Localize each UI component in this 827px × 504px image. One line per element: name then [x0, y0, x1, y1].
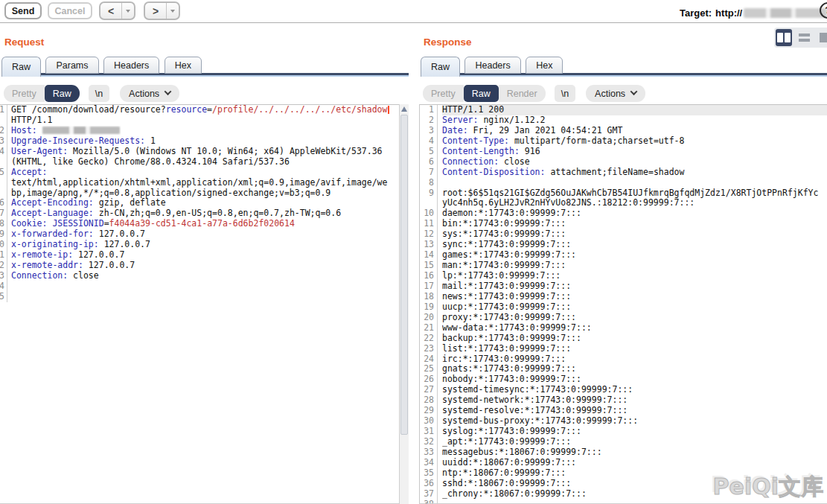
line-number: 16 — [420, 271, 438, 281]
chevron-down-icon — [165, 88, 172, 95]
code-line: 18news:*:17743:0:99999:7::: — [420, 292, 827, 302]
code-line: 32_apt:*:17743:0:99999:7::: — [420, 437, 827, 447]
code-line: 3Upgrade-Insecure-Requests: 1 — [0, 136, 399, 147]
send-button[interactable]: Send — [4, 2, 42, 19]
line-number: 32 — [420, 437, 438, 447]
code-line: bp,image/apng,*/*;q=0.8,application/sign… — [0, 188, 399, 199]
redacted-target-host — [744, 8, 827, 18]
line-text: root:$6$51qs21GI$GZdg56OuJAKwhCb7B54IUJf… — [442, 188, 827, 199]
code-line: 8 — [420, 178, 827, 188]
raw-view-button[interactable]: Raw — [464, 85, 499, 102]
code-line: 27systemd-timesync:*:17743:0:99999:7::: — [420, 385, 827, 395]
tab-hex[interactable]: Hex — [526, 57, 563, 74]
tab-headers[interactable]: Headers — [103, 57, 159, 74]
split-rows-layout-icon[interactable] — [796, 29, 812, 46]
line-text: Server: nginx/1.12.2 — [442, 115, 827, 126]
line-text: Cookie: JSESSIONID=f4044a39-cd51-4ca1-a7… — [11, 219, 399, 229]
line-number: 20 — [420, 313, 438, 323]
line-number: 15 — [0, 292, 7, 302]
code-line: 6Connection: close — [420, 157, 827, 168]
tab-params[interactable]: Params — [45, 57, 98, 74]
code-line: 13Connection: close — [0, 271, 399, 281]
line-text: irc:*:17743:0:99999:7::: — [442, 354, 827, 365]
target-url: http:// — [715, 7, 742, 19]
code-line: 10daemon:*:17743:0:99999:7::: — [420, 208, 827, 219]
response-panel-title: Response — [424, 36, 472, 48]
line-text: sys:*:17743:0:99999:7::: — [442, 229, 827, 240]
line-number: 6 — [420, 157, 438, 168]
code-line: 1GET /common/download/resource?resource=… — [0, 105, 399, 115]
line-number: 1 — [0, 105, 7, 115]
line-text — [11, 281, 399, 292]
split-columns-layout-icon[interactable] — [776, 29, 792, 46]
code-line: 14games:*:17743:0:99999:7::: — [420, 250, 827, 261]
raw-view-button[interactable]: Raw — [45, 85, 80, 102]
code-line: 30systemd-bus-proxy:*:17743:0:99999:7::: — [420, 416, 827, 427]
line-number: 2 — [0, 126, 7, 136]
code-line: 24irc:*:17743:0:99999:7::: — [420, 354, 827, 365]
line-text: www-data:*:17743:0:99999:7::: — [442, 323, 827, 334]
request-editor[interactable]: 1GET /common/download/resource?resource=… — [0, 104, 399, 504]
scroll-up-icon[interactable] — [401, 106, 407, 112]
forward-arrow-icon[interactable]: > — [145, 3, 166, 19]
code-line: 6Accept-Encoding: gzip, deflate — [0, 198, 399, 208]
newline-toggle-button[interactable]: \n — [89, 85, 109, 102]
line-number: 10 — [0, 240, 7, 250]
cancel-button[interactable]: Cancel — [48, 2, 92, 19]
line-number — [420, 198, 438, 208]
line-text: (KHTML, like Gecko) Chrome/88.0.4324.104… — [11, 157, 399, 168]
code-line: 29systemd-resolve:*:17743:0:99999:7::: — [420, 406, 827, 416]
back-button[interactable]: < — [99, 1, 135, 20]
tab-raw[interactable]: Raw — [1, 57, 41, 77]
back-dropdown[interactable] — [121, 3, 134, 19]
request-scrollbar[interactable] — [399, 104, 409, 504]
scrollbar-thumb[interactable] — [400, 115, 408, 435]
forward-button[interactable]: > — [144, 1, 180, 20]
line-number: 5 — [0, 168, 7, 178]
line-number: 2 — [420, 115, 438, 126]
line-number: 3 — [0, 136, 7, 147]
watermark: PeiQi文库 — [713, 472, 823, 503]
line-text: man:*:17743:0:99999:7::: — [442, 261, 827, 271]
line-text: systemd-bus-proxy:*:17743:0:99999:7::: — [442, 416, 827, 427]
render-view-button[interactable]: Render — [499, 85, 546, 102]
line-text: games:*:17743:0:99999:7::: — [442, 250, 827, 261]
pretty-view-button[interactable]: Pretty — [4, 85, 45, 102]
back-arrow-icon[interactable]: < — [100, 3, 121, 19]
line-number: 8 — [420, 178, 438, 188]
line-number: 15 — [420, 261, 438, 271]
line-number: 13 — [0, 271, 7, 281]
newline-toggle-button[interactable]: \n — [555, 85, 575, 102]
line-number: 7 — [420, 168, 438, 178]
layout-switcher — [774, 28, 827, 48]
line-text: Accept-Language: zh-CN,zh;q=0.9,en-US;q=… — [11, 208, 399, 219]
tab-hex[interactable]: Hex — [165, 57, 202, 74]
code-line: 21www-data:*:17743:0:99999:7::: — [420, 323, 827, 334]
actions-button[interactable]: Actions — [586, 85, 645, 102]
top-toolbar: Send Cancel < > Target: http:// ? — [0, 0, 827, 23]
line-number: 12 — [0, 261, 7, 271]
code-line: 9x-forwarded-for: 127.0.0.7 — [0, 229, 399, 240]
line-text: proxy:*:17743:0:99999:7::: — [442, 313, 827, 323]
single-pane-layout-icon[interactable] — [816, 29, 827, 46]
pretty-view-button[interactable]: Pretty — [423, 85, 464, 102]
line-text: text/html,application/xhtml+xml,applicat… — [11, 178, 399, 188]
forward-dropdown[interactable] — [166, 3, 179, 19]
line-number: 11 — [420, 219, 438, 229]
code-line: 8Cookie: JSESSIONID=f4044a39-cd51-4ca1-a… — [0, 219, 399, 229]
line-text: bp,image/apng,*/*;q=0.8,application/sign… — [11, 188, 399, 199]
request-view-toolbar: Pretty Raw \n Actions — [4, 85, 179, 102]
line-number: 27 — [420, 385, 438, 395]
line-text: Host: — [11, 126, 399, 136]
response-editor[interactable]: 1HTTP/1.1 2002Server: nginx/1.12.23Date:… — [419, 104, 827, 504]
line-number: 1 — [420, 105, 438, 115]
line-number: 34 — [420, 458, 438, 468]
line-text: Content-Type: multipart/form-data;charse… — [442, 136, 827, 147]
tab-headers[interactable]: Headers — [464, 57, 520, 74]
line-text: systemd-timesync:*:17743:0:99999:7::: — [442, 385, 827, 395]
line-text: Accept-Encoding: gzip, deflate — [11, 198, 399, 208]
actions-button[interactable]: Actions — [120, 85, 179, 102]
tab-raw[interactable]: Raw — [421, 57, 460, 77]
line-text: systemd-network:*:17743:0:99999:7::: — [442, 395, 827, 406]
line-text: Date: Fri, 29 Jan 2021 04:54:21 GMT — [442, 126, 827, 136]
